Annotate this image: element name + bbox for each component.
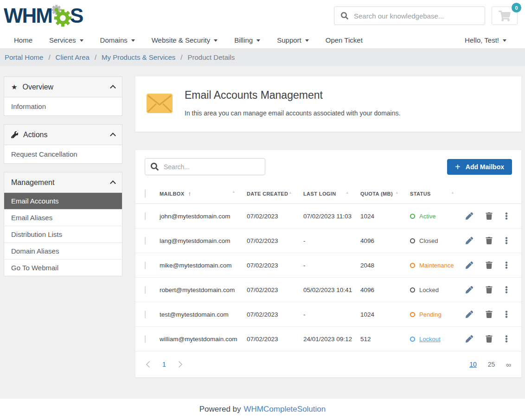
mailbox-cell: robert@mytestdomain.com xyxy=(160,286,247,293)
status-label[interactable]: Lockout xyxy=(419,336,441,343)
delete-button[interactable] xyxy=(486,286,493,293)
wrench-icon xyxy=(11,131,18,138)
last-login-cell: - xyxy=(303,311,360,318)
status-ring-icon xyxy=(410,214,415,219)
page-number[interactable]: 1 xyxy=(162,361,166,368)
nav-item-billing[interactable]: Billing xyxy=(234,36,260,44)
column-header-date-created[interactable]: DATE CREATED ▲ xyxy=(247,191,303,197)
row-checkbox[interactable] xyxy=(145,261,146,269)
top-header: WHM xyxy=(0,0,525,32)
delete-button[interactable] xyxy=(486,311,493,318)
cart-button[interactable]: 0 xyxy=(492,6,518,25)
status-label: Pending xyxy=(419,311,442,318)
sidebar-item-distribution-lists[interactable]: Distribution Lists xyxy=(4,226,122,243)
panel-management-header[interactable]: Management xyxy=(4,172,122,193)
status-ring-icon xyxy=(410,238,415,243)
previous-page-button[interactable] xyxy=(146,361,150,368)
trash-icon xyxy=(486,261,493,269)
edit-button[interactable] xyxy=(466,286,473,293)
chevron-down-icon xyxy=(131,39,135,42)
nav-item-domains[interactable]: Domains xyxy=(100,36,135,44)
user-menu[interactable]: Hello, Test! xyxy=(465,36,506,44)
nav-item-support[interactable]: Support xyxy=(277,36,309,44)
row-checkbox[interactable] xyxy=(145,335,146,343)
whmcs-logo[interactable]: WHM xyxy=(4,4,83,27)
chevron-left-icon xyxy=(146,361,150,368)
nav-item-website-security[interactable]: Website & Security xyxy=(152,36,218,44)
sidebar: ★ Overview Information Actions Request C… xyxy=(4,76,122,285)
search-icon xyxy=(341,12,348,19)
panel-overview: ★ Overview Information xyxy=(4,76,122,116)
next-page-button[interactable] xyxy=(178,361,183,368)
row-checkbox[interactable] xyxy=(145,212,146,220)
sidebar-item-go-to-webmail[interactable]: Go To Webmail xyxy=(4,260,122,276)
breadcrumb-separator: / xyxy=(95,53,96,61)
row-checkbox[interactable] xyxy=(145,286,146,294)
nav-item-services[interactable]: Services xyxy=(49,36,83,44)
delete-button[interactable] xyxy=(486,237,493,244)
nav-item-home[interactable]: Home xyxy=(14,36,32,44)
trash-icon xyxy=(486,237,493,244)
chevron-down-icon xyxy=(503,39,506,42)
user-menu-label: Hello, Test! xyxy=(465,36,499,44)
edit-button[interactable] xyxy=(466,237,473,244)
page-size-10[interactable]: 10 xyxy=(469,361,477,368)
whmcs-gear-icon xyxy=(51,4,72,27)
sidebar-item-domain-aliases[interactable]: Domain Aliases xyxy=(4,243,122,260)
row-checkbox[interactable] xyxy=(145,311,146,318)
whmcompletesolution-link[interactable]: WHMCompleteSolution xyxy=(244,405,326,414)
chevron-right-icon xyxy=(178,361,183,368)
ellipsis-vertical-icon xyxy=(505,212,508,220)
chevron-up-icon xyxy=(110,180,116,186)
more-options-button[interactable] xyxy=(505,311,508,318)
breadcrumb-my-products[interactable]: My Products & Services xyxy=(102,53,175,61)
select-all-checkbox[interactable] xyxy=(145,189,146,198)
status-badge: Active xyxy=(410,213,466,220)
sidebar-item-email-accounts[interactable]: Email Accounts xyxy=(4,193,122,210)
more-options-button[interactable] xyxy=(505,212,508,220)
pencil-icon xyxy=(466,212,473,220)
page-size-25[interactable]: 25 xyxy=(488,361,495,368)
delete-button[interactable] xyxy=(486,212,493,220)
more-options-button[interactable] xyxy=(505,335,508,343)
table-search-input[interactable] xyxy=(145,158,265,175)
add-mailbox-button[interactable]: + Add Mailbox xyxy=(447,159,512,175)
nav-item-open-ticket[interactable]: Open Ticket xyxy=(326,36,363,44)
edit-button[interactable] xyxy=(466,261,473,269)
column-header-last-login[interactable]: LAST LOGIN ▲ xyxy=(303,191,360,197)
last-login-cell: 07/02/2023 11:03 xyxy=(303,213,360,220)
panel-actions-header[interactable]: Actions xyxy=(4,125,122,145)
column-header-quota[interactable]: QUOTA (MB) ▲ xyxy=(360,191,410,197)
delete-button[interactable] xyxy=(486,261,493,269)
breadcrumb-client-area[interactable]: Client Area xyxy=(56,53,90,61)
quota-cell: 1024 xyxy=(360,311,410,318)
panel-overview-header[interactable]: ★ Overview xyxy=(4,77,122,97)
delete-button[interactable] xyxy=(486,335,493,343)
ellipsis-vertical-icon xyxy=(505,237,508,244)
status-badge: Pending xyxy=(410,311,466,318)
ellipsis-vertical-icon xyxy=(505,261,508,269)
edit-button[interactable] xyxy=(466,335,473,343)
edit-button[interactable] xyxy=(466,212,473,220)
sort-icon: ▲ xyxy=(395,191,399,195)
nav-label: Open Ticket xyxy=(326,36,363,44)
page-title: Email Accounts Management xyxy=(185,89,400,102)
sidebar-item-information[interactable]: Information xyxy=(4,97,122,115)
edit-button[interactable] xyxy=(466,311,473,318)
mailbox-cell: test@mytestdomain.com xyxy=(160,311,247,318)
column-header-mailbox[interactable]: MAILBOX↑ ▲ xyxy=(160,190,247,197)
column-label: DATE CREATED xyxy=(247,191,288,197)
chevron-down-icon xyxy=(80,39,83,42)
table-row: mike@mytestdomain.com 07/02/2023 - 2048 … xyxy=(135,253,521,278)
row-checkbox[interactable] xyxy=(145,237,146,245)
knowledgebase-search-input[interactable] xyxy=(334,6,485,25)
status-label: Active xyxy=(419,213,435,220)
page-size-all-infinity-icon[interactable]: ∞ xyxy=(506,361,511,369)
column-header-status[interactable]: STATUS ▲ xyxy=(410,191,466,197)
sidebar-item-email-aliases[interactable]: Email Aliases xyxy=(4,210,122,226)
sidebar-item-request-cancellation[interactable]: Request Cancellation xyxy=(4,145,122,163)
more-options-button[interactable] xyxy=(505,286,508,293)
breadcrumb-portal-home[interactable]: Portal Home xyxy=(5,53,43,61)
more-options-button[interactable] xyxy=(505,237,508,244)
more-options-button[interactable] xyxy=(505,261,508,269)
